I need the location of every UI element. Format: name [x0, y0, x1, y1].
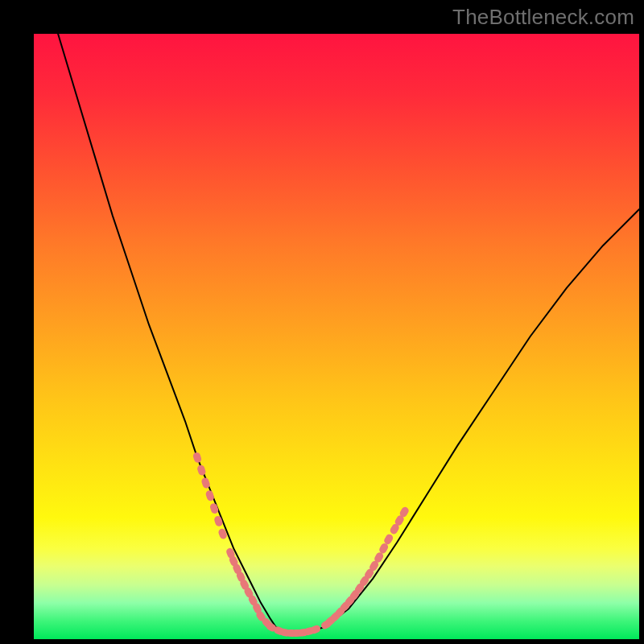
plot-area — [34, 34, 639, 639]
marker-dot — [192, 452, 203, 464]
watermark-text: TheBottleneck.com — [452, 5, 634, 30]
outer-frame: TheBottleneck.com — [0, 0, 644, 644]
bottleneck-curve — [58, 34, 639, 633]
chart-svg — [34, 34, 639, 639]
marker-dot — [196, 464, 207, 477]
marker-dots — [192, 452, 411, 638]
marker-dot — [213, 515, 224, 527]
marker-dot — [209, 502, 220, 514]
